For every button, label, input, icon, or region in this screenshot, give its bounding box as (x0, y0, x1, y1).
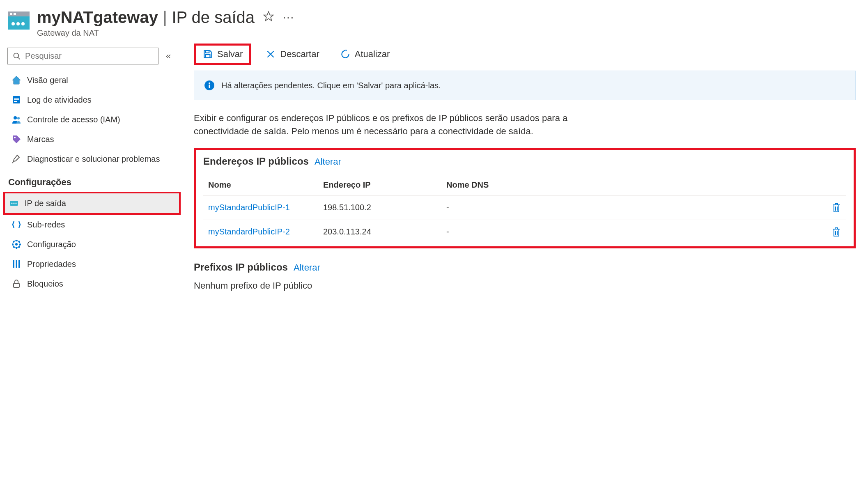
svg-point-8 (14, 53, 19, 58)
svg-rect-24 (16, 260, 17, 268)
favorite-star-icon[interactable] (263, 11, 274, 24)
page-description: Exibir e configurar os endereços IP públ… (194, 112, 588, 138)
svg-point-14 (14, 116, 17, 119)
svg-rect-27 (206, 50, 209, 53)
table-header-row: Nome Endereço IP Nome DNS (203, 174, 846, 195)
discard-label: Descartar (280, 49, 319, 60)
configuration-icon (11, 239, 21, 249)
search-input[interactable] (25, 51, 153, 61)
svg-rect-13 (14, 101, 17, 102)
change-public-ips-link[interactable]: Alterar (315, 156, 341, 167)
svg-point-32 (209, 83, 210, 84)
info-icon (204, 80, 215, 91)
sidebar-item-outbound-ip[interactable]: IP de saída (5, 193, 179, 213)
sidebar-item-label: Propriedades (27, 259, 76, 269)
sidebar-item-label: Controle de acesso (IAM) (27, 115, 120, 124)
page-header: myNATgateway | IP de saída ⋯ Gateway da … (0, 0, 868, 42)
prefixes-title: Prefixos IP públicos (194, 262, 288, 273)
svg-point-4 (21, 22, 25, 25)
main-content: Salvar Descartar Atualiz (194, 42, 868, 291)
sidebar-item-activity-log[interactable]: Log de atividades (7, 90, 181, 110)
col-dns: Nome DNS (446, 180, 553, 190)
ip-name-link[interactable]: myStandardPublicIP-2 (208, 227, 323, 236)
more-menu-icon[interactable]: ⋯ (282, 11, 294, 24)
delete-ip-button[interactable] (817, 202, 841, 213)
refresh-icon (340, 49, 351, 60)
sidebar-item-overview[interactable]: Visão geral (7, 70, 181, 90)
sidebar-item-label: Sub-redes (27, 220, 65, 230)
svg-point-2 (11, 22, 15, 25)
svg-rect-5 (10, 13, 12, 15)
change-prefixes-link[interactable]: Alterar (294, 262, 320, 273)
refresh-button[interactable]: Atualizar (333, 46, 397, 63)
sidebar-item-label: Bloqueios (27, 279, 63, 289)
info-text: Há alterações pendentes. Clique em 'Salv… (221, 81, 441, 90)
svg-point-3 (16, 22, 20, 25)
svg-point-15 (17, 117, 20, 119)
public-ips-title: Endereços IP públicos (203, 156, 309, 167)
table-row: myStandardPublicIP-1 198.51.100.2 - (203, 195, 846, 220)
outbound-ip-icon (9, 198, 19, 208)
refresh-label: Atualizar (355, 49, 390, 60)
title-separator: | (163, 8, 167, 26)
svg-rect-6 (14, 13, 16, 15)
sidebar-item-properties[interactable]: Propriedades (7, 254, 181, 274)
prefixes-section: Prefixos IP públicos Alterar Nenhum pref… (194, 262, 856, 291)
ip-name-link[interactable]: myStandardPublicIP-1 (208, 203, 323, 212)
search-box[interactable] (7, 48, 158, 64)
overview-icon (11, 75, 21, 85)
sidebar-item-label: Marcas (27, 135, 54, 144)
svg-point-20 (16, 203, 17, 204)
resource-name: myNATgateway (37, 8, 158, 26)
ip-address-value: 203.0.113.24 (323, 227, 446, 236)
sidebar-item-iam[interactable]: Controle de acesso (IAM) (7, 110, 181, 129)
diagnose-icon (11, 154, 21, 164)
delete-ip-button[interactable] (817, 227, 841, 237)
sidebar-item-subnets[interactable]: Sub-redes (7, 215, 181, 234)
search-icon (13, 52, 21, 61)
col-name: Nome (208, 180, 323, 190)
save-label: Salvar (217, 49, 243, 60)
svg-point-18 (11, 203, 13, 204)
public-ips-section: Endereços IP públicos Alterar Nome Ender… (194, 148, 856, 248)
discard-icon (265, 49, 276, 60)
sidebar-item-locks[interactable]: Bloqueios (7, 274, 181, 294)
svg-rect-26 (14, 283, 19, 287)
svg-rect-33 (209, 85, 210, 88)
svg-marker-7 (264, 11, 273, 21)
activity-log-icon (11, 95, 21, 105)
properties-icon (11, 259, 21, 269)
svg-rect-25 (18, 260, 20, 268)
page-title: IP de saída (172, 8, 255, 26)
locks-icon (11, 279, 21, 289)
svg-rect-11 (14, 98, 19, 99)
svg-rect-12 (14, 99, 19, 100)
collapse-sidebar-icon[interactable]: « (166, 51, 171, 62)
trash-icon (831, 202, 841, 213)
sidebar-item-label: Configuração (27, 240, 76, 249)
sidebar-item-diagnose[interactable]: Diagnosticar e solucionar problemas (7, 149, 181, 169)
resource-type: Gateway da NAT (37, 28, 294, 38)
sidebar-section-settings: Configurações (7, 169, 181, 192)
subnets-icon (11, 220, 21, 230)
sidebar-item-label: Diagnosticar e solucionar problemas (27, 154, 160, 164)
save-icon (202, 49, 213, 60)
nat-gateway-icon (8, 11, 30, 30)
sidebar-item-configuration[interactable]: Configuração (7, 234, 181, 254)
public-ips-table: Nome Endereço IP Nome DNS myStandardPubl… (203, 174, 846, 244)
discard-button[interactable]: Descartar (259, 46, 326, 63)
svg-point-19 (14, 203, 15, 204)
sidebar-item-label: IP de saída (25, 199, 66, 208)
iam-icon (11, 115, 21, 124)
prefixes-empty-text: Nenhum prefixo de IP público (194, 280, 856, 291)
save-button[interactable]: Salvar (196, 46, 249, 63)
sidebar: « Visão geral Log de atividades Controle… (0, 42, 181, 294)
trash-icon (831, 227, 841, 237)
toolbar: Salvar Descartar Atualiz (194, 44, 856, 65)
dns-name-value: - (446, 227, 553, 236)
svg-line-9 (18, 57, 20, 59)
svg-rect-23 (13, 260, 14, 268)
sidebar-item-tags[interactable]: Marcas (7, 129, 181, 149)
col-ip: Endereço IP (323, 180, 446, 190)
dns-name-value: - (446, 203, 553, 212)
